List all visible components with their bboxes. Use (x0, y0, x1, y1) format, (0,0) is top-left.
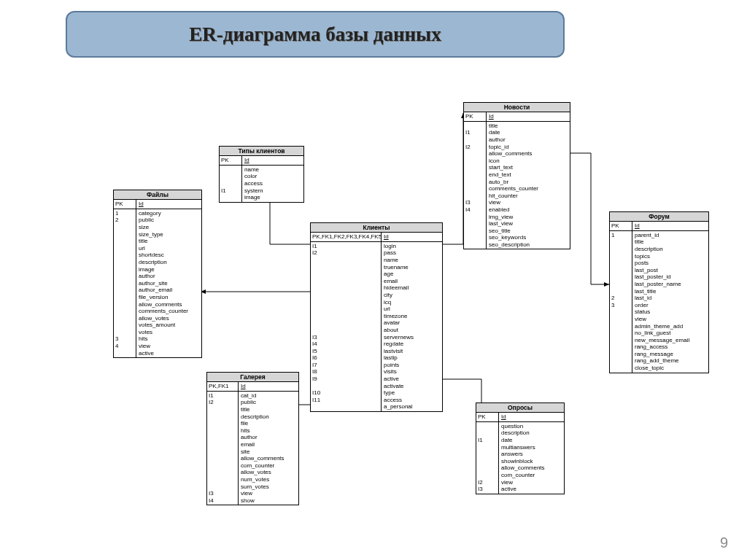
entity-title: Форум (610, 212, 708, 222)
entity-types: Типы клиентов PK Id I1 namecoloraccesssy… (219, 146, 304, 203)
entity-title: Новости (464, 103, 570, 112)
entity-title: Клиенты (311, 223, 442, 233)
entity-title: Галерея (207, 373, 298, 382)
entity-forum: Форум PK Id 1 23 parent_idtitledescripti… (609, 211, 709, 373)
field-column: namecoloraccesssystemimage (242, 166, 303, 202)
entity-news: Новости PK Id I1 I2 I3I4 titledateauthor… (463, 102, 570, 249)
entity-title: Опросы (476, 403, 564, 413)
entity-clients: Клиенты PK,FK1,FK2,FK3,FK4,FK5 Id I1I2 I… (310, 222, 443, 412)
key-column: I1 (220, 166, 242, 202)
entity-files: Файлы PK Id 12 34 categorypublicsizesize… (113, 190, 202, 358)
page-number: 9 (720, 534, 728, 551)
diagram-canvas: Типы клиентов PK Id I1 namecoloraccesssy… (0, 0, 747, 560)
entity-gallery: Галерея PK,FK1 Id I1I2 I3I4 cat_idpublic… (206, 372, 299, 505)
entity-title: Типы клиентов (220, 147, 303, 156)
entity-polls: Опросы PK Id I1 I2I3 questiondescription… (476, 402, 565, 494)
entity-title: Файлы (114, 190, 201, 200)
